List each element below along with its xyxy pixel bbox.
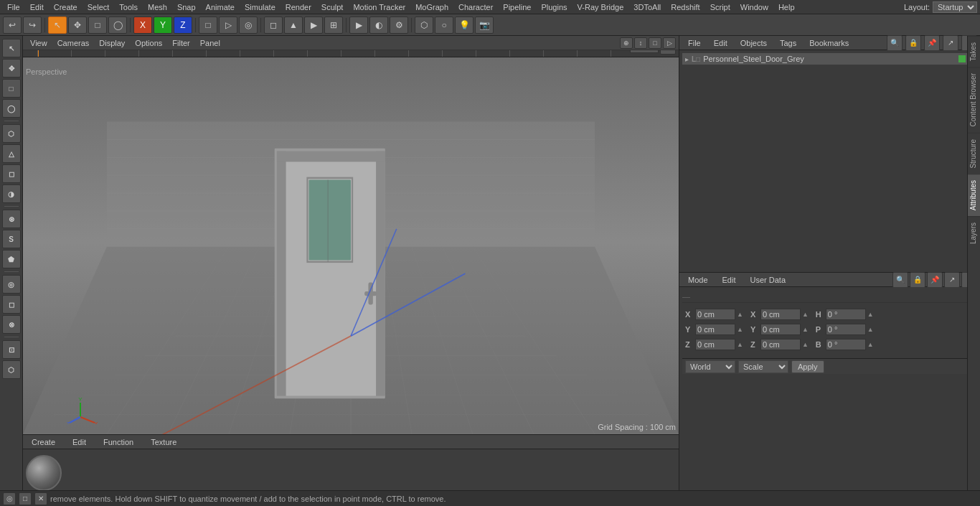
status-icon-1[interactable]: ◎ <box>3 492 16 505</box>
viewport-icon-3[interactable]: □ <box>649 37 661 49</box>
status-icon-2[interactable]: □ <box>19 492 32 505</box>
menu-mesh[interactable]: Mesh <box>143 2 171 12</box>
quad-button[interactable]: ⊞ <box>324 17 343 34</box>
object-visible-icon[interactable] <box>958 55 966 62</box>
vtab-content-browser[interactable]: Content Browser <box>968 67 980 132</box>
y-size-input[interactable] <box>760 324 801 335</box>
viewport-menu-cameras[interactable]: Cameras <box>53 38 94 48</box>
undo-button[interactable]: ↩ <box>3 17 22 34</box>
perspective-button[interactable]: ◻ <box>264 17 283 34</box>
scale-select[interactable]: Scale Size <box>738 360 788 373</box>
p-arrow[interactable]: ▲ <box>867 326 874 333</box>
b-arrow[interactable]: ▲ <box>867 341 874 348</box>
attr-lock-icon[interactable]: 🔒 <box>910 272 925 288</box>
menu-window[interactable]: Window <box>736 2 773 12</box>
objects-pin-icon[interactable]: 📌 <box>924 35 940 51</box>
render-settings-button[interactable]: ⚙ <box>390 17 408 34</box>
left-tool-16[interactable]: ⬡ <box>2 360 21 379</box>
left-tool-8[interactable]: ◑ <box>2 184 21 203</box>
x-size-input[interactable] <box>760 309 801 320</box>
menu-snap[interactable]: Snap <box>173 2 200 12</box>
objects-tab-file[interactable]: File <box>682 38 707 48</box>
menu-create[interactable]: Create <box>50 2 82 12</box>
top-button[interactable]: ▲ <box>284 17 303 34</box>
menu-3dtoall[interactable]: 3DToAll <box>629 2 665 12</box>
viewport-menu-filter[interactable]: Filter <box>168 38 194 48</box>
material-tab-function[interactable]: Function <box>98 437 139 447</box>
attr-tab-edit[interactable]: Edit <box>717 275 742 285</box>
scale-tool-button[interactable]: □ <box>88 17 107 34</box>
left-tool-9[interactable]: ⊛ <box>2 210 21 228</box>
left-tool-14[interactable]: ⊗ <box>2 315 21 334</box>
viewport-menu-options[interactable]: Options <box>131 38 166 48</box>
left-tool-7[interactable]: ◻ <box>2 164 21 183</box>
menu-character[interactable]: Character <box>454 2 497 12</box>
objects-tab-tags[interactable]: Tags <box>774 38 802 48</box>
menu-script[interactable]: Script <box>706 2 735 12</box>
viewport[interactable]: View Cameras Display Options Filter Pane… <box>23 36 679 434</box>
objects-search-icon[interactable]: 🔍 <box>887 35 903 51</box>
attr-search-icon[interactable]: 🔍 <box>892 272 908 288</box>
b-rot-input[interactable] <box>826 339 866 350</box>
status-icon-3[interactable]: ✕ <box>34 492 47 505</box>
menu-render[interactable]: Render <box>281 2 316 12</box>
vtab-layers[interactable]: Layers <box>968 216 980 250</box>
attr-expand-icon[interactable]: ↗ <box>944 272 960 288</box>
vtab-attributes[interactable]: Attributes <box>968 174 980 216</box>
objects-tab-edit[interactable]: Edit <box>708 38 733 48</box>
viewport-icon-1[interactable]: ⊕ <box>620 37 633 49</box>
left-tool-12[interactable]: ◎ <box>2 275 21 294</box>
left-tool-4[interactable]: ◯ <box>2 99 21 118</box>
z2-arrow[interactable]: ▲ <box>802 341 809 348</box>
left-tool-11[interactable]: ⬟ <box>2 250 21 268</box>
left-tool-6[interactable]: △ <box>2 144 21 163</box>
menu-help[interactable]: Help <box>774 2 799 12</box>
layout-select[interactable]: Startup <box>933 1 977 13</box>
vtab-takes[interactable]: Takes <box>968 36 980 67</box>
left-tool-13[interactable]: ◻ <box>2 295 21 314</box>
move-tool-button[interactable]: ✥ <box>68 17 87 34</box>
attr-tab-userdata[interactable]: User Data <box>745 275 792 285</box>
left-tool-15[interactable]: ⊡ <box>2 340 21 359</box>
sky-button[interactable]: ○ <box>435 17 453 34</box>
left-tool-1[interactable]: ↖ <box>2 39 21 57</box>
menu-animate[interactable]: Animate <box>202 2 239 12</box>
world-select[interactable]: World Object <box>685 360 735 373</box>
material-tab-texture[interactable]: Texture <box>145 437 182 447</box>
p-rot-input[interactable] <box>826 324 866 335</box>
render-button[interactable]: ▶ <box>349 17 368 34</box>
menu-redshift[interactable]: Redshift <box>666 2 704 12</box>
menu-mograph[interactable]: MoGraph <box>411 2 453 12</box>
x-pos-input[interactable] <box>695 309 735 320</box>
viewport-menu-display[interactable]: Display <box>95 38 129 48</box>
material-tab-create[interactable]: Create <box>26 437 61 447</box>
z-size-input[interactable] <box>760 339 801 350</box>
menu-plugins[interactable]: Plugins <box>537 2 571 12</box>
menu-motion-tracker[interactable]: Motion Tracker <box>349 2 410 12</box>
z-arrow[interactable]: ▲ <box>737 341 743 348</box>
z-axis-button[interactable]: Z <box>174 17 192 34</box>
left-tool-2[interactable]: ✥ <box>2 59 21 78</box>
objects-tab-bookmarks[interactable]: Bookmarks <box>804 38 854 48</box>
objects-expand-icon[interactable]: ↗ <box>943 35 958 51</box>
apply-button[interactable]: Apply <box>791 360 824 373</box>
y-arrow[interactable]: ▲ <box>737 326 743 333</box>
h-arrow[interactable]: ▲ <box>867 311 874 318</box>
y2-arrow[interactable]: ▲ <box>802 326 809 333</box>
y-pos-input[interactable] <box>695 324 735 335</box>
spline-button[interactable]: ◎ <box>239 17 258 34</box>
vtab-structure[interactable]: Structure <box>968 133 980 174</box>
x-axis-button[interactable]: X <box>133 17 152 34</box>
viewport-icon-2[interactable]: ↕ <box>634 37 647 49</box>
attr-tab-mode[interactable]: Mode <box>682 275 714 285</box>
render-region-button[interactable]: ◐ <box>369 17 388 34</box>
object-row-door[interactable]: ▸ L□ Personnel_Steel_Door_Grey <box>682 53 977 65</box>
menu-simulate[interactable]: Simulate <box>240 2 280 12</box>
rotate-tool-button[interactable]: ◯ <box>108 17 127 34</box>
z-pos-input[interactable] <box>695 339 735 350</box>
menu-file[interactable]: File <box>3 2 24 12</box>
menu-select[interactable]: Select <box>83 2 114 12</box>
viewport-menu-view[interactable]: View <box>26 38 52 48</box>
left-tool-10[interactable]: S <box>2 230 21 248</box>
floor-button[interactable]: ⬡ <box>415 17 433 34</box>
